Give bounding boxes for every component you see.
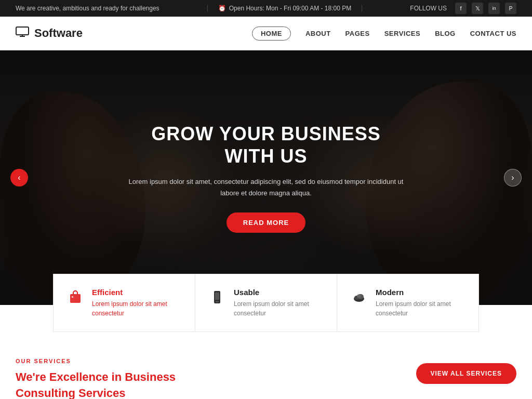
nav-pages[interactable]: PAGES: [345, 30, 370, 37]
hero-content: GROW YOUR BUSINESSWITH US Lorem ipsum do…: [126, 123, 406, 233]
services-title-suffix: Services: [75, 387, 126, 399]
mobile-icon: [208, 288, 227, 307]
hours-text: Open Hours: Mon - Fri 09:00 AM - 18:00 P…: [229, 5, 351, 12]
hero-cta-button[interactable]: READ MORE: [227, 212, 305, 233]
services-action: VIEW ALL SERVICES: [416, 358, 516, 384]
feature-modern-title: Modern: [376, 288, 466, 297]
nav-home[interactable]: HOME: [252, 26, 291, 41]
top-bar-hours-area: ⏰ Open Hours: Mon - Fri 09:00 AM - 18:00…: [207, 5, 362, 12]
hero-title: GROW YOUR BUSINESSWITH US: [126, 123, 406, 167]
tagline-text: We are creative, ambitious and ready for…: [16, 5, 159, 12]
linkedin-icon[interactable]: in: [488, 3, 500, 14]
logo-icon: [16, 26, 29, 40]
twitter-icon[interactable]: 𝕏: [472, 3, 483, 14]
top-bar-tagline-area: We are creative, ambitious and ready for…: [16, 5, 159, 12]
clock-icon: ⏰: [218, 5, 226, 12]
pinterest-icon[interactable]: P: [505, 3, 516, 14]
services-title: We're Excellence in BusinessConsulting S…: [16, 369, 176, 399]
main-nav: HOME ABOUT PAGES SERVICES BLOG CONTACT U…: [252, 26, 516, 41]
feature-efficient: Efficient Lorem ipsum dolor sit amet con…: [54, 274, 195, 331]
feature-efficient-text: Efficient Lorem ipsum dolor sit amet con…: [92, 288, 182, 318]
svg-rect-8: [215, 292, 219, 300]
follow-label: FOLLOW US: [410, 5, 447, 12]
services-label: OUR SERVICES: [16, 358, 176, 364]
svg-rect-5: [72, 296, 73, 298]
shopping-bag-icon: [66, 288, 85, 307]
svg-rect-7: [216, 301, 219, 302]
services-title-prefix: We're Excellence in: [16, 370, 125, 383]
feature-efficient-title: Efficient: [92, 288, 182, 297]
services-section: OUR SERVICES We're Excellence in Busines…: [0, 332, 532, 399]
top-bar: We are creative, ambitious and ready for…: [0, 0, 532, 17]
nav-services[interactable]: SERVICES: [384, 30, 421, 37]
hero-subtitle: Lorem ipsum dolor sit amet, consectetur …: [126, 176, 406, 199]
svg-rect-4: [70, 294, 81, 303]
cloud-icon: [350, 288, 368, 307]
feature-usable: Usable Lorem ipsum dolor sit amet consec…: [195, 274, 337, 331]
features-strip: Efficient Lorem ipsum dolor sit amet con…: [53, 274, 479, 332]
feature-efficient-desc: Lorem ipsum dolor sit amet consectetur: [92, 299, 182, 318]
carousel-prev-button[interactable]: ‹: [10, 169, 28, 187]
feature-usable-text: Usable Lorem ipsum dolor sit amet consec…: [234, 288, 324, 318]
nav-contact[interactable]: CONTACT US: [470, 30, 516, 37]
hero-section: ‹ GROW YOUR BUSINESSWITH US Lorem ipsum …: [0, 50, 532, 305]
feature-modern-desc: Lorem ipsum dolor sit amet consectetur: [376, 299, 466, 318]
facebook-icon[interactable]: f: [455, 3, 467, 14]
view-all-services-button[interactable]: VIEW ALL SERVICES: [416, 363, 516, 384]
services-text: OUR SERVICES We're Excellence in Busines…: [16, 358, 176, 399]
svg-point-12: [357, 295, 361, 298]
svg-rect-0: [16, 27, 29, 35]
chevron-right-icon: ›: [511, 173, 514, 182]
feature-modern: Modern Lorem ipsum dolor sit amet consec…: [337, 274, 478, 331]
feature-usable-title: Usable: [234, 288, 324, 297]
top-bar-social-area: FOLLOW US f 𝕏 in P: [410, 3, 516, 14]
logo[interactable]: Software: [16, 26, 83, 40]
feature-modern-text: Modern Lorem ipsum dolor sit amet consec…: [376, 288, 466, 318]
carousel-next-button[interactable]: ›: [504, 169, 522, 187]
header: Software HOME ABOUT PAGES SERVICES BLOG …: [0, 17, 532, 50]
logo-text: Software: [34, 26, 83, 40]
nav-blog[interactable]: BLOG: [435, 30, 456, 37]
feature-usable-desc: Lorem ipsum dolor sit amet consectetur: [234, 299, 324, 318]
chevron-left-icon: ‹: [18, 173, 20, 182]
nav-about[interactable]: ABOUT: [305, 30, 331, 37]
